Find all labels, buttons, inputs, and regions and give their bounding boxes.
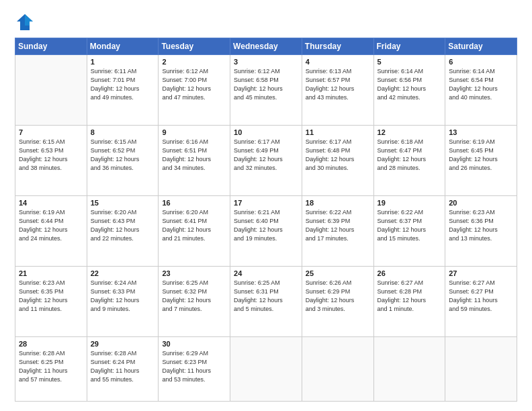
- logo-icon: [15, 12, 35, 32]
- cell-content: Sunrise: 6:26 AM Sunset: 6:29 PM Dayligh…: [306, 279, 370, 314]
- calendar-cell: 11Sunrise: 6:17 AM Sunset: 6:48 PM Dayli…: [302, 125, 373, 195]
- calendar-cell: 25Sunrise: 6:26 AM Sunset: 6:29 PM Dayli…: [302, 266, 373, 336]
- day-number: 27: [449, 269, 513, 277]
- cell-content: Sunrise: 6:23 AM Sunset: 6:36 PM Dayligh…: [449, 208, 513, 243]
- day-number: 6: [449, 58, 513, 66]
- cell-content: Sunrise: 6:20 AM Sunset: 6:41 PM Dayligh…: [162, 208, 226, 243]
- calendar-cell: 9Sunrise: 6:16 AM Sunset: 6:51 PM Daylig…: [159, 125, 230, 195]
- cell-content: Sunrise: 6:19 AM Sunset: 6:45 PM Dayligh…: [449, 138, 513, 173]
- calendar-cell: 30Sunrise: 6:29 AM Sunset: 6:23 PM Dayli…: [159, 336, 230, 401]
- calendar-cell: 26Sunrise: 6:27 AM Sunset: 6:28 PM Dayli…: [373, 266, 445, 336]
- cell-content: Sunrise: 6:27 AM Sunset: 6:27 PM Dayligh…: [449, 279, 513, 314]
- calendar-cell: [302, 336, 373, 401]
- day-number: 14: [19, 199, 83, 207]
- calendar-week-row: 21Sunrise: 6:23 AM Sunset: 6:35 PM Dayli…: [15, 266, 517, 336]
- day-number: 11: [306, 128, 370, 136]
- day-number: 8: [91, 128, 155, 136]
- day-number: 12: [378, 128, 442, 136]
- cell-content: Sunrise: 6:28 AM Sunset: 6:25 PM Dayligh…: [19, 349, 83, 384]
- day-number: 2: [162, 58, 226, 66]
- calendar-header-monday: Monday: [87, 38, 159, 55]
- calendar-cell: [230, 336, 302, 401]
- cell-content: Sunrise: 6:20 AM Sunset: 6:43 PM Dayligh…: [91, 208, 155, 243]
- cell-content: Sunrise: 6:21 AM Sunset: 6:40 PM Dayligh…: [234, 208, 298, 243]
- day-number: 30: [162, 340, 226, 348]
- cell-content: Sunrise: 6:14 AM Sunset: 6:54 PM Dayligh…: [449, 67, 513, 102]
- calendar-cell: 12Sunrise: 6:18 AM Sunset: 6:47 PM Dayli…: [373, 125, 445, 195]
- calendar-cell: 17Sunrise: 6:21 AM Sunset: 6:40 PM Dayli…: [230, 195, 302, 266]
- calendar-cell: [445, 336, 517, 401]
- day-number: 3: [234, 58, 298, 66]
- day-number: 4: [306, 58, 370, 66]
- calendar-cell: 8Sunrise: 6:15 AM Sunset: 6:52 PM Daylig…: [87, 125, 159, 195]
- calendar-week-row: 7Sunrise: 6:15 AM Sunset: 6:53 PM Daylig…: [15, 125, 517, 195]
- day-number: 15: [91, 199, 155, 207]
- cell-content: Sunrise: 6:24 AM Sunset: 6:33 PM Dayligh…: [91, 279, 155, 314]
- calendar-table: SundayMondayTuesdayWednesdayThursdayFrid…: [15, 38, 517, 402]
- cell-content: Sunrise: 6:19 AM Sunset: 6:44 PM Dayligh…: [19, 208, 83, 243]
- cell-content: Sunrise: 6:11 AM Sunset: 7:01 PM Dayligh…: [91, 67, 155, 102]
- calendar-cell: 18Sunrise: 6:22 AM Sunset: 6:39 PM Dayli…: [302, 195, 373, 266]
- day-number: 16: [162, 199, 226, 207]
- calendar-cell: 27Sunrise: 6:27 AM Sunset: 6:27 PM Dayli…: [445, 266, 517, 336]
- cell-content: Sunrise: 6:13 AM Sunset: 6:57 PM Dayligh…: [306, 67, 370, 102]
- cell-content: Sunrise: 6:17 AM Sunset: 6:49 PM Dayligh…: [234, 138, 298, 173]
- logo: [15, 12, 38, 32]
- calendar-header-friday: Friday: [373, 38, 445, 55]
- cell-content: Sunrise: 6:16 AM Sunset: 6:51 PM Dayligh…: [162, 138, 226, 173]
- calendar-week-row: 28Sunrise: 6:28 AM Sunset: 6:25 PM Dayli…: [15, 336, 517, 401]
- calendar-header-sunday: Sunday: [15, 38, 87, 55]
- calendar-week-row: 14Sunrise: 6:19 AM Sunset: 6:44 PM Dayli…: [15, 195, 517, 266]
- calendar-cell: 23Sunrise: 6:25 AM Sunset: 6:32 PM Dayli…: [159, 266, 230, 336]
- day-number: 13: [449, 128, 513, 136]
- cell-content: Sunrise: 6:29 AM Sunset: 6:23 PM Dayligh…: [162, 349, 226, 384]
- calendar-cell: 24Sunrise: 6:25 AM Sunset: 6:31 PM Dayli…: [230, 266, 302, 336]
- calendar-cell: 29Sunrise: 6:28 AM Sunset: 6:24 PM Dayli…: [87, 336, 159, 401]
- day-number: 26: [378, 269, 442, 277]
- svg-marker-1: [25, 14, 33, 26]
- calendar-cell: 3Sunrise: 6:12 AM Sunset: 6:58 PM Daylig…: [230, 55, 302, 126]
- cell-content: Sunrise: 6:23 AM Sunset: 6:35 PM Dayligh…: [19, 279, 83, 314]
- day-number: 25: [306, 269, 370, 277]
- cell-content: Sunrise: 6:28 AM Sunset: 6:24 PM Dayligh…: [91, 349, 155, 384]
- calendar-cell: 14Sunrise: 6:19 AM Sunset: 6:44 PM Dayli…: [15, 195, 87, 266]
- calendar-cell: 28Sunrise: 6:28 AM Sunset: 6:25 PM Dayli…: [15, 336, 87, 401]
- calendar-cell: 13Sunrise: 6:19 AM Sunset: 6:45 PM Dayli…: [445, 125, 517, 195]
- page: SundayMondayTuesdayWednesdayThursdayFrid…: [0, 0, 532, 411]
- header: [15, 12, 517, 32]
- cell-content: Sunrise: 6:25 AM Sunset: 6:32 PM Dayligh…: [162, 279, 226, 314]
- day-number: 5: [378, 58, 442, 66]
- day-number: 19: [378, 199, 442, 207]
- cell-content: Sunrise: 6:12 AM Sunset: 6:58 PM Dayligh…: [234, 67, 298, 102]
- calendar-header-tuesday: Tuesday: [159, 38, 230, 55]
- day-number: 23: [162, 269, 226, 277]
- cell-content: Sunrise: 6:22 AM Sunset: 6:39 PM Dayligh…: [306, 208, 370, 243]
- day-number: 9: [162, 128, 226, 136]
- calendar-cell: 22Sunrise: 6:24 AM Sunset: 6:33 PM Dayli…: [87, 266, 159, 336]
- day-number: 10: [234, 128, 298, 136]
- calendar-header-thursday: Thursday: [302, 38, 373, 55]
- calendar-header-row: SundayMondayTuesdayWednesdayThursdayFrid…: [15, 38, 517, 55]
- cell-content: Sunrise: 6:27 AM Sunset: 6:28 PM Dayligh…: [378, 279, 442, 314]
- calendar-cell: 7Sunrise: 6:15 AM Sunset: 6:53 PM Daylig…: [15, 125, 87, 195]
- day-number: 22: [91, 269, 155, 277]
- calendar-cell: 19Sunrise: 6:22 AM Sunset: 6:37 PM Dayli…: [373, 195, 445, 266]
- day-number: 1: [91, 58, 155, 66]
- cell-content: Sunrise: 6:15 AM Sunset: 6:52 PM Dayligh…: [91, 138, 155, 173]
- calendar-cell: 10Sunrise: 6:17 AM Sunset: 6:49 PM Dayli…: [230, 125, 302, 195]
- day-number: 21: [19, 269, 83, 277]
- calendar-cell: [15, 55, 87, 126]
- calendar-cell: 4Sunrise: 6:13 AM Sunset: 6:57 PM Daylig…: [302, 55, 373, 126]
- calendar-cell: 6Sunrise: 6:14 AM Sunset: 6:54 PM Daylig…: [445, 55, 517, 126]
- cell-content: Sunrise: 6:25 AM Sunset: 6:31 PM Dayligh…: [234, 279, 298, 314]
- calendar-cell: 21Sunrise: 6:23 AM Sunset: 6:35 PM Dayli…: [15, 266, 87, 336]
- day-number: 18: [306, 199, 370, 207]
- calendar-cell: 1Sunrise: 6:11 AM Sunset: 7:01 PM Daylig…: [87, 55, 159, 126]
- calendar-cell: 20Sunrise: 6:23 AM Sunset: 6:36 PM Dayli…: [445, 195, 517, 266]
- day-number: 24: [234, 269, 298, 277]
- calendar-cell: 15Sunrise: 6:20 AM Sunset: 6:43 PM Dayli…: [87, 195, 159, 266]
- cell-content: Sunrise: 6:15 AM Sunset: 6:53 PM Dayligh…: [19, 138, 83, 173]
- cell-content: Sunrise: 6:14 AM Sunset: 6:56 PM Dayligh…: [378, 67, 442, 102]
- calendar-cell: [373, 336, 445, 401]
- day-number: 7: [19, 128, 83, 136]
